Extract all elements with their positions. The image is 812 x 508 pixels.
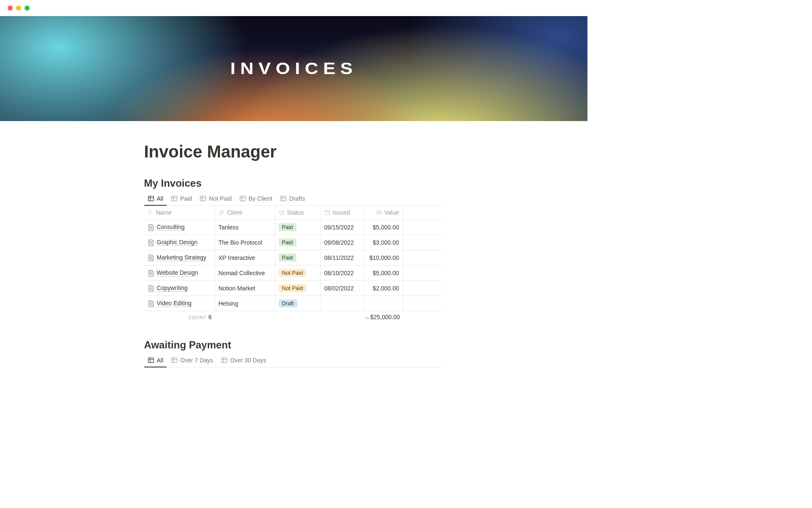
cell-status[interactable]: Paid: [275, 220, 321, 235]
page-icon: [148, 224, 154, 231]
status-badge: Paid: [279, 223, 296, 231]
table-footer: COUNT6 IM$25,000.00: [144, 311, 444, 323]
svg-point-18: [279, 210, 284, 215]
table-icon: [200, 195, 206, 202]
tab-over-7-days[interactable]: Over 7 Days: [167, 354, 217, 367]
invoice-name: Consulting: [157, 224, 185, 231]
client-name: Notion Market: [219, 285, 255, 292]
tab-paid[interactable]: Paid: [167, 193, 195, 205]
svg-rect-3: [172, 196, 177, 201]
cell-value[interactable]: $2,000.00: [365, 281, 403, 295]
table-icon: [171, 195, 178, 202]
cell-status[interactable]: Draft: [275, 296, 321, 311]
column-label: Status: [287, 209, 304, 216]
footer-sum: IM$25,000.00: [365, 314, 403, 320]
tab-by-client[interactable]: By Client: [236, 193, 276, 205]
tab-label: Drafts: [289, 195, 305, 202]
page-cover: INVOICES: [0, 16, 587, 121]
client-name: XP Interactive: [219, 254, 255, 261]
tab-over-30-days[interactable]: Over 30 Days: [217, 354, 270, 367]
cell-status[interactable]: Paid: [275, 235, 321, 250]
window-close-button[interactable]: [8, 6, 13, 11]
invoice-name: Marketing Strategy: [157, 254, 207, 261]
cell-name[interactable]: Video Editing: [144, 296, 215, 311]
tab-all[interactable]: All: [144, 193, 167, 205]
table-row[interactable]: CopywritingNotion MarketNot Paid08/02/20…: [144, 281, 444, 296]
column-label: Value: [384, 209, 399, 216]
tab-label: Paid: [180, 195, 192, 202]
section-awaiting-payment-title: Awaiting Payment: [144, 339, 444, 351]
column-spacer: [403, 206, 444, 219]
table-row[interactable]: Website DesignNomad CollectiveNot Paid08…: [144, 265, 444, 281]
tab-drafts[interactable]: Drafts: [277, 193, 308, 205]
count-value: 6: [208, 314, 212, 320]
cell-client[interactable]: XP Interactive: [215, 250, 275, 265]
cell-client[interactable]: Helsing: [215, 296, 275, 311]
cell-name[interactable]: Copywriting: [144, 281, 215, 295]
status-badge: Paid: [279, 238, 296, 246]
cell-issued[interactable]: [321, 296, 365, 311]
tab-all-2[interactable]: All: [144, 354, 167, 367]
sum-value: $25,000.00: [370, 314, 400, 320]
table-row[interactable]: Video EditingHelsingDraft: [144, 296, 444, 311]
table-row[interactable]: ConsultingTanlessPaid09/15/2022$5,000.00: [144, 220, 444, 235]
table-row[interactable]: Graphic DesignThe Bio ProtocolPaid09/08/…: [144, 235, 444, 250]
cell-client[interactable]: Tanless: [215, 220, 275, 235]
text-icon: [148, 210, 154, 215]
window-maximize-button[interactable]: [25, 6, 30, 11]
cell-issued[interactable]: 09/15/2022: [321, 220, 365, 235]
table-header: Name Client Status Issued Value: [144, 206, 444, 220]
column-value[interactable]: Value: [365, 206, 403, 219]
cell-value[interactable]: $3,000.00: [365, 235, 403, 250]
cell-value[interactable]: $10,000.00: [365, 250, 403, 265]
cell-value[interactable]: $5,000.00: [365, 220, 403, 235]
cell-value[interactable]: [365, 296, 403, 311]
cell-name[interactable]: Graphic Design: [144, 235, 215, 250]
value-amount: $5,000.00: [373, 224, 399, 231]
column-status[interactable]: Status: [275, 206, 321, 219]
tab-label: All: [157, 357, 164, 364]
page-icon: [148, 300, 154, 307]
issued-date: 09/08/2022: [324, 239, 354, 246]
cell-spacer: [403, 296, 444, 311]
cell-status[interactable]: Not Paid: [275, 265, 321, 280]
invoice-name: Graphic Design: [157, 239, 198, 246]
table-row[interactable]: Marketing StrategyXP InteractivePaid08/1…: [144, 250, 444, 265]
window-minimize-button[interactable]: [16, 6, 21, 11]
client-name: Tanless: [219, 224, 239, 231]
cell-issued[interactable]: 08/10/2022: [321, 265, 365, 280]
cell-status[interactable]: Not Paid: [275, 281, 321, 295]
lines-icon: [219, 210, 225, 215]
column-issued[interactable]: Issued: [321, 206, 365, 219]
tab-label: Over 7 Days: [180, 357, 213, 364]
window-titlebar: [0, 0, 587, 16]
cell-value[interactable]: $5,000.00: [365, 265, 403, 280]
tab-not-paid[interactable]: Not Paid: [196, 193, 235, 205]
page-icon: [148, 254, 154, 261]
cell-client[interactable]: Nomad Collective: [215, 265, 275, 280]
page-icon: [148, 239, 154, 246]
column-label: Issued: [333, 209, 350, 216]
section-my-invoices-title: My Invoices: [144, 177, 444, 189]
cell-name[interactable]: Marketing Strategy: [144, 250, 215, 265]
invoice-name: Website Design: [157, 269, 198, 276]
cover-title: INVOICES: [230, 60, 357, 78]
svg-point-24: [378, 212, 380, 213]
svg-rect-19: [325, 211, 329, 215]
footer-count: COUNT6: [144, 314, 215, 320]
cell-status[interactable]: Paid: [275, 250, 321, 265]
cell-issued[interactable]: 08/02/2022: [321, 281, 365, 295]
cell-name[interactable]: Consulting: [144, 220, 215, 235]
cell-client[interactable]: Notion Market: [215, 281, 275, 295]
column-name[interactable]: Name: [144, 206, 215, 219]
cell-issued[interactable]: 09/08/2022: [321, 235, 365, 250]
cell-client[interactable]: The Bio Protocol: [215, 235, 275, 250]
issued-date: 09/15/2022: [324, 224, 354, 231]
value-amount: $2,000.00: [373, 285, 399, 292]
select-icon: [279, 210, 285, 215]
money-icon: [376, 210, 382, 215]
cell-name[interactable]: Website Design: [144, 265, 215, 280]
column-client[interactable]: Client: [215, 206, 275, 219]
sum-label: IM: [365, 316, 370, 320]
cell-issued[interactable]: 08/11/2022: [321, 250, 365, 265]
